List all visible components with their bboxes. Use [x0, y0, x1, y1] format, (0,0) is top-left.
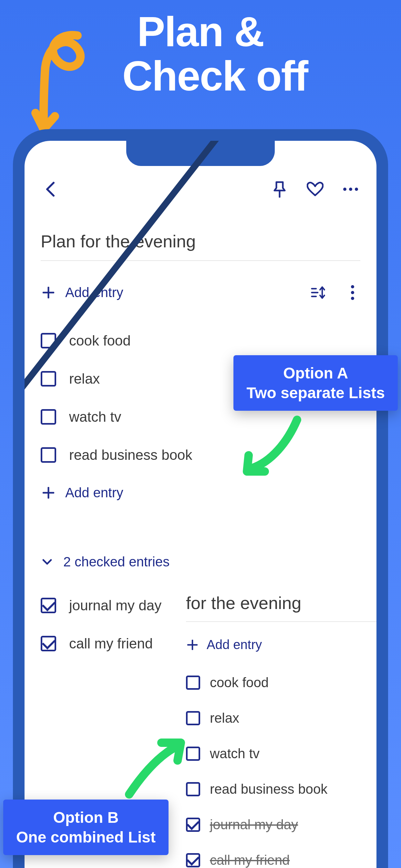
item-text: cook food [69, 333, 131, 349]
chevron-down-icon [41, 555, 54, 568]
item-text: read business book [69, 447, 192, 463]
checked-entries-header[interactable]: 2 checked entries [41, 554, 169, 569]
phone-screen: Plan for the evening Add entry [25, 141, 376, 868]
list-more-button[interactable] [345, 285, 360, 300]
hero-line-2: Check off [0, 54, 401, 98]
checkbox-checked-icon[interactable] [41, 598, 56, 613]
item-text: cook food [210, 675, 269, 690]
svg-point-1 [343, 188, 346, 191]
item-text: read business book [210, 781, 328, 797]
sort-button[interactable] [311, 285, 326, 300]
checkbox-checked-icon[interactable] [41, 636, 56, 651]
screen-b: for the evening Add entry cook food rela… [186, 593, 376, 868]
checkbox-icon[interactable] [186, 782, 200, 796]
svg-point-11 [351, 291, 354, 294]
page-title-b[interactable]: for the evening [186, 593, 376, 622]
svg-point-2 [349, 188, 352, 191]
checked-header-text: 2 checked entries [63, 554, 169, 569]
checkbox-icon[interactable] [41, 447, 56, 463]
list-item[interactable]: relax [186, 701, 376, 736]
item-text: call my friend [210, 852, 289, 868]
pin-button[interactable] [270, 180, 289, 199]
plus-icon[interactable] [186, 639, 199, 651]
checkbox-icon[interactable] [186, 711, 200, 725]
toolbar [25, 176, 376, 202]
item-text: call my friend [69, 636, 153, 652]
checkbox-icon[interactable] [186, 747, 200, 761]
item-text: watch tv [69, 409, 121, 425]
item-text: journal my day [210, 817, 298, 833]
checkbox-checked-icon[interactable] [186, 853, 200, 867]
svg-point-3 [355, 188, 358, 191]
plus-icon[interactable] [41, 285, 56, 300]
back-button[interactable] [41, 180, 60, 199]
plus-icon[interactable] [41, 485, 56, 500]
option-a-line2: Two separate Lists [246, 384, 385, 402]
option-b-tag: Option B One combined List [3, 800, 168, 855]
page-title[interactable]: Plan for the evening [41, 231, 360, 251]
add-entry-row-b[interactable]: Add entry [186, 638, 376, 652]
hero-line-1: Plan & [0, 10, 401, 54]
item-text: relax [69, 371, 100, 387]
list-item[interactable]: cook food [41, 321, 360, 360]
add-entry-label: Add entry [65, 485, 123, 500]
checkbox-icon[interactable] [41, 371, 56, 386]
svg-point-12 [351, 297, 354, 300]
phone-frame: Plan for the evening Add entry [13, 129, 388, 868]
list-item[interactable]: watch tv [186, 736, 376, 771]
checkbox-checked-icon[interactable] [186, 817, 200, 832]
add-entry-row-bottom[interactable]: Add entry [41, 480, 123, 506]
item-text: journal my day [69, 597, 161, 614]
checkbox-icon[interactable] [41, 409, 56, 425]
option-a-tag: Option A Two separate Lists [234, 355, 398, 411]
hero-text: Plan & Check off [0, 10, 401, 98]
item-text: relax [210, 710, 239, 726]
page-title-wrap: Plan for the evening [41, 231, 360, 261]
list-item[interactable]: call my friend [186, 842, 376, 868]
more-button[interactable] [341, 180, 360, 199]
svg-point-10 [351, 285, 354, 288]
list-item[interactable]: read business book [186, 771, 376, 807]
list-item[interactable]: cook food [186, 665, 376, 701]
list-item[interactable]: read business book [41, 436, 360, 474]
checkbox-icon[interactable] [186, 676, 200, 690]
item-text: watch tv [210, 746, 259, 762]
add-entry-label-b: Add entry [207, 638, 262, 652]
option-b-line2: One combined List [16, 828, 156, 846]
option-b-line1: Option B [16, 809, 156, 826]
option-a-line1: Option A [246, 364, 385, 382]
list-item[interactable]: journal my day [186, 807, 376, 842]
heart-button[interactable] [305, 180, 325, 199]
